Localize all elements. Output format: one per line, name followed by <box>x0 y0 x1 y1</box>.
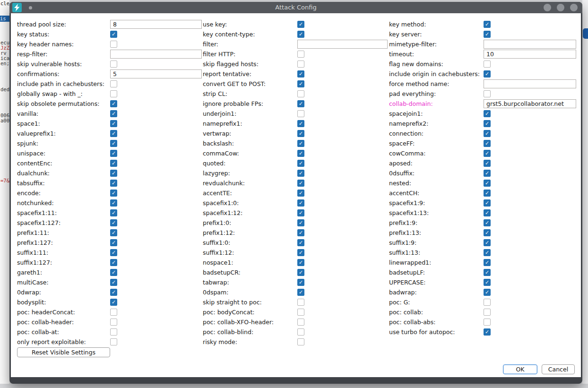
checkbox-accentte[interactable]: ✓ <box>297 190 304 197</box>
checkbox-nameprefix1[interactable]: ✓ <box>297 120 304 127</box>
input-thread-pool-size[interactable] <box>110 20 202 29</box>
input-filter[interactable] <box>297 40 388 49</box>
checkbox-linewrapped1[interactable]: ✓ <box>484 259 491 266</box>
checkbox-poc-collab[interactable] <box>484 309 491 316</box>
checkbox-space1[interactable]: ✓ <box>110 120 117 127</box>
checkbox-connection[interactable]: ✓ <box>484 130 491 137</box>
checkbox-tabsuffix[interactable]: ✓ <box>110 180 117 187</box>
checkbox-nested[interactable]: ✓ <box>484 180 491 187</box>
checkbox-prefix1-127[interactable]: ✓ <box>110 239 117 246</box>
checkbox-flag-new-domains[interactable] <box>484 60 491 68</box>
checkbox-cowcomma[interactable]: ✓ <box>484 150 491 157</box>
checkbox-badsetupcr[interactable]: ✓ <box>297 269 304 276</box>
checkbox-poc-g[interactable] <box>484 299 491 306</box>
checkbox-unispace[interactable]: ✓ <box>110 150 117 157</box>
dialog-titlebar[interactable]: Attack Config <box>9 2 582 13</box>
checkbox-suffix1-11[interactable]: ✓ <box>110 249 117 256</box>
ok-button[interactable]: OK <box>503 364 537 374</box>
checkbox-use-turbo-for-autopoc[interactable]: ✓ <box>484 328 491 336</box>
checkbox-contentenc[interactable]: ✓ <box>110 160 117 167</box>
checkbox-poc-headerconcat[interactable] <box>110 309 117 316</box>
reset-visible-settings-button[interactable]: Reset Visible Settings <box>17 347 110 357</box>
checkbox-spacefix1-12[interactable]: ✓ <box>297 209 304 216</box>
checkbox-key-status[interactable]: ✓ <box>110 31 117 38</box>
checkbox-lazygrep[interactable]: ✓ <box>297 170 304 177</box>
checkbox-prefix1-9[interactable]: ✓ <box>484 219 491 226</box>
checkbox-quoted[interactable]: ✓ <box>297 160 304 167</box>
checkbox-key-method[interactable]: ✓ <box>484 21 491 28</box>
checkbox-only-report-exploitable[interactable] <box>110 338 117 345</box>
checkbox-key-header-names[interactable] <box>110 41 117 48</box>
checkbox-poc-collab-abs[interactable] <box>484 319 491 326</box>
checkbox-poc-bodyconcat[interactable] <box>297 309 304 316</box>
checkbox-include-path-in-cachebusters[interactable] <box>110 80 117 87</box>
checkbox-poc-collab-blind[interactable] <box>297 328 304 336</box>
checkbox-poc-collab-at[interactable] <box>110 328 117 336</box>
checkbox-ignore-probable-fps[interactable]: ✓ <box>297 100 304 107</box>
checkbox-prefix1-11[interactable]: ✓ <box>110 229 117 236</box>
checkbox-prefix1-13[interactable]: ✓ <box>484 229 491 236</box>
checkbox-nospace1[interactable]: ✓ <box>297 259 304 266</box>
checkbox-0dsuffix[interactable]: ✓ <box>484 170 491 177</box>
checkbox-prefix1-12[interactable]: ✓ <box>297 229 304 236</box>
checkbox-spacejoin1[interactable]: ✓ <box>484 110 491 117</box>
checkbox-suffix1-13[interactable]: ✓ <box>484 249 491 256</box>
input-force-method-name[interactable] <box>484 79 576 88</box>
checkbox-prefix1-0[interactable]: ✓ <box>297 219 304 226</box>
checkbox-spacefix1-127[interactable]: ✓ <box>110 219 117 226</box>
checkbox-accentch[interactable]: ✓ <box>484 190 491 197</box>
checkbox-use-key[interactable]: ✓ <box>297 21 304 28</box>
checkbox-spacefix1-13[interactable]: ✓ <box>484 209 491 216</box>
checkbox-valueprefix1[interactable]: ✓ <box>110 130 117 137</box>
checkbox-multicase[interactable]: ✓ <box>110 279 117 286</box>
checkbox-spacefix1-0[interactable]: ✓ <box>297 199 304 207</box>
input-timeout[interactable] <box>484 50 576 59</box>
window-maximize-button[interactable] <box>557 4 564 11</box>
checkbox-0dwrap[interactable]: ✓ <box>110 289 117 296</box>
cancel-button[interactable]: Cancel <box>542 364 575 374</box>
checkbox-notchunked[interactable]: ✓ <box>110 199 117 207</box>
checkbox-skip-straight-to-poc[interactable] <box>297 299 304 306</box>
input-mimetype-filter[interactable] <box>484 40 576 49</box>
checkbox-suffix1-12[interactable]: ✓ <box>297 249 304 256</box>
window-close-button[interactable] <box>570 4 578 11</box>
checkbox-underjoin1[interactable] <box>297 110 304 117</box>
checkbox-vertwrap[interactable]: ✓ <box>297 130 304 137</box>
checkbox-skip-flagged-hosts[interactable] <box>297 60 304 68</box>
checkbox-tabwrap[interactable]: ✓ <box>297 279 304 286</box>
checkbox-spaceff[interactable]: ✓ <box>484 140 491 147</box>
checkbox-filter-http[interactable] <box>297 51 304 58</box>
checkbox-suffix1-0[interactable]: ✓ <box>297 239 304 246</box>
checkbox-convert-get-to-post[interactable]: ✓ <box>297 80 304 87</box>
checkbox-dualchunk[interactable]: ✓ <box>110 170 117 177</box>
checkbox-spjunk[interactable]: ✓ <box>110 140 117 147</box>
input-resp-filter[interactable] <box>110 50 202 59</box>
checkbox-encode[interactable]: ✓ <box>110 190 117 197</box>
checkbox-skip-obsolete-permutations[interactable]: ✓ <box>110 100 117 107</box>
checkbox-revdualchunk[interactable]: ✓ <box>297 180 304 187</box>
checkbox-uppercase[interactable]: ✓ <box>484 279 491 286</box>
checkbox-commacow[interactable]: ✓ <box>297 150 304 157</box>
checkbox-suffix1-127[interactable]: ✓ <box>110 259 117 266</box>
checkbox-suffix1-9[interactable]: ✓ <box>484 239 491 246</box>
checkbox-badsetuplf[interactable]: ✓ <box>484 269 491 276</box>
checkbox-key-content-type[interactable]: ✓ <box>297 31 304 38</box>
checkbox-badwrap[interactable]: ✓ <box>484 289 491 296</box>
checkbox-poc-collab-xfo-header[interactable] <box>297 319 304 326</box>
input-collab-domain[interactable] <box>484 99 576 108</box>
checkbox-0dspam[interactable]: ✓ <box>297 289 304 296</box>
checkbox-skip-vulnerable-hosts[interactable] <box>110 60 117 68</box>
checkbox-spacefix1-11[interactable]: ✓ <box>110 209 117 216</box>
checkbox-nameprefix2[interactable]: ✓ <box>484 120 491 127</box>
checkbox-vanilla[interactable]: ✓ <box>110 110 117 117</box>
checkbox-bodysplit[interactable]: ✓ <box>110 299 117 306</box>
checkbox-pad-everything[interactable] <box>484 90 491 97</box>
window-minimize-button[interactable] <box>544 4 551 11</box>
checkbox-spacefix1-9[interactable]: ✓ <box>484 199 491 207</box>
checkbox-report-tentative[interactable]: ✓ <box>297 70 304 78</box>
checkbox-include-origin-in-cachebusters[interactable]: ✓ <box>484 70 491 78</box>
input-confirmations[interactable] <box>110 69 202 78</box>
checkbox-backslash[interactable]: ✓ <box>297 140 304 147</box>
checkbox-key-server[interactable]: ✓ <box>484 31 491 38</box>
checkbox-gareth1[interactable]: ✓ <box>110 269 117 276</box>
